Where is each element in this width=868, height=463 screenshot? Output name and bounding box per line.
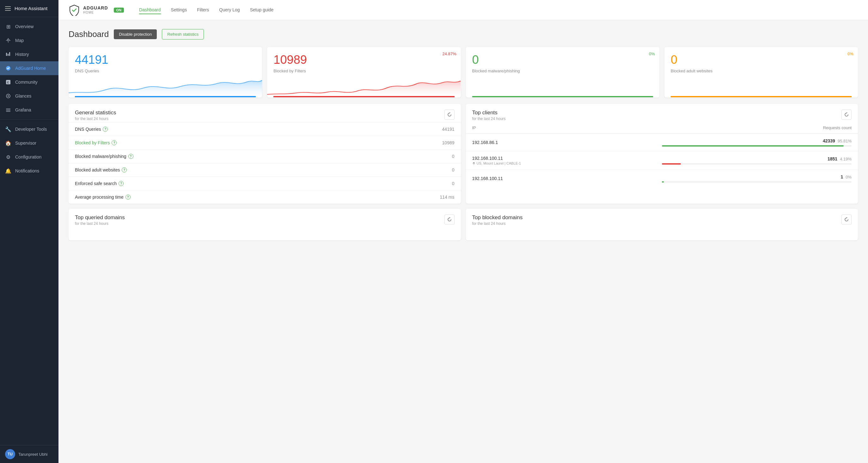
- top-blocked-refresh-button[interactable]: [841, 214, 851, 225]
- top-clients-refresh-button[interactable]: [841, 109, 851, 120]
- brand-sub: HOME: [83, 11, 108, 14]
- blocked-filters-percent: 24.87%: [442, 52, 456, 56]
- sidebar-item-label: Map: [15, 38, 24, 43]
- general-stats-refresh-button[interactable]: [444, 109, 455, 120]
- client-bar-bg: [662, 163, 851, 165]
- client-count: 42339: [823, 138, 835, 143]
- blocked-filters-label: Blocked by Filters: [273, 69, 454, 73]
- blocked-malware-chart: [466, 77, 659, 96]
- stats-value-avg-time: 114 ms: [440, 195, 455, 200]
- sidebar-item-label: Community: [15, 79, 38, 85]
- help-blocked-malware-icon[interactable]: ?: [128, 154, 133, 159]
- client-meta: US, Mount Laurel | CABLE-1: [472, 161, 662, 165]
- blocked-malware-label: Blocked malware/phishing: [472, 69, 653, 73]
- dns-sparkline: [69, 77, 262, 96]
- client-pct: 4.19%: [840, 157, 851, 161]
- sidebar-item-label: Glances: [15, 94, 31, 99]
- topnav: ADGUARD HOME ON Dashboard Settings Filte…: [59, 0, 868, 20]
- top-queried-header: Top queried domains for the last 24 hour…: [69, 209, 461, 227]
- tab-filters[interactable]: Filters: [197, 6, 209, 14]
- client-count: 1851: [828, 156, 837, 161]
- blocked-filters-value: 10989: [273, 54, 454, 67]
- sidebar-item-adguard[interactable]: AdGuard Home: [0, 61, 59, 75]
- help-blocked-filters-icon[interactable]: ?: [112, 140, 117, 145]
- client-ip: 192.168.100.11: [472, 156, 662, 161]
- page-title: Dashboard: [69, 29, 109, 39]
- dns-queries-chart: [69, 77, 262, 96]
- configuration-icon: ⚙: [5, 154, 11, 160]
- stats-value-blocked-malware: 0: [452, 154, 455, 159]
- client-pct: 95.81%: [838, 139, 851, 143]
- dns-queries-label: DNS Queries: [75, 69, 256, 73]
- topnav-links: Dashboard Settings Filters Query Log Set…: [139, 6, 273, 14]
- stats-label-blocked-adult: Blocked adult websites ?: [75, 167, 127, 172]
- stats-label-blocked-filters[interactable]: Blocked by Filters ?: [75, 140, 117, 145]
- top-queried-titles: Top queried domains for the last 24 hour…: [75, 214, 125, 226]
- adguard-icon: [5, 65, 11, 71]
- sidebar-item-glances[interactable]: Glances: [0, 89, 59, 103]
- sidebar-item-label: History: [15, 52, 29, 57]
- sidebar-item-community[interactable]: C Community: [0, 75, 59, 89]
- dns-queries-value: 44191: [75, 54, 256, 67]
- top-queried-refresh-button[interactable]: [444, 214, 455, 225]
- sidebar-item-overview[interactable]: ⊞ Overview: [0, 20, 59, 33]
- disable-protection-button[interactable]: Disable protection: [114, 29, 157, 39]
- help-avg-time-icon[interactable]: ?: [125, 195, 130, 200]
- user-name: Tarunpreet Ubhi: [18, 452, 48, 457]
- sidebar-item-label: Supervisor: [15, 140, 36, 145]
- refresh-icon: [844, 217, 849, 222]
- brand-badge: ON: [114, 8, 124, 13]
- sidebar-item-label: Developer Tools: [15, 127, 47, 132]
- sidebar-item-map[interactable]: Map: [0, 33, 59, 47]
- sidebar-item-grafana[interactable]: Grafana: [0, 103, 59, 117]
- sidebar-item-label: Overview: [15, 24, 33, 29]
- sidebar-item-label: Configuration: [15, 155, 41, 160]
- blocked-adult-value: 0: [671, 54, 851, 67]
- refresh-statistics-button[interactable]: Refresh statistics: [162, 29, 204, 39]
- brand-text: ADGUARD HOME: [83, 5, 108, 14]
- stats-row: Blocked adult websites ? 0: [69, 163, 461, 176]
- notifications-icon: 🔔: [5, 168, 11, 174]
- menu-icon[interactable]: [5, 6, 11, 11]
- help-safe-search-icon[interactable]: ?: [119, 181, 124, 186]
- svg-rect-11: [6, 111, 10, 112]
- stats-value-blocked-adult: 0: [452, 167, 455, 172]
- sidebar-item-notifications[interactable]: 🔔 Notifications: [0, 164, 59, 178]
- stats-value-dns: 44191: [442, 127, 455, 132]
- sidebar-item-developer[interactable]: 🔧 Developer Tools: [0, 122, 59, 136]
- top-clients-header: Top clients for the last 24 hours: [466, 104, 858, 122]
- client-left: 192.168.86.1: [472, 140, 662, 145]
- blocked-sparkline: [267, 77, 461, 96]
- sidebar-item-history[interactable]: History: [0, 47, 59, 61]
- client-row: 192.168.100.11 1 0%: [466, 170, 858, 187]
- tab-settings[interactable]: Settings: [171, 6, 187, 14]
- sidebar-item-supervisor[interactable]: 🏠 Supervisor: [0, 136, 59, 150]
- tab-dashboard[interactable]: Dashboard: [139, 6, 161, 14]
- bottom-panels: Top queried domains for the last 24 hour…: [69, 209, 858, 240]
- sidebar-item-configuration[interactable]: ⚙ Configuration: [0, 150, 59, 164]
- top-blocked-title: Top blocked domains: [472, 214, 523, 221]
- tab-query-log[interactable]: Query Log: [219, 6, 240, 14]
- stat-card-blocked-filters: 24.87% 10989 Blocked by Filters: [267, 47, 461, 98]
- client-right: 42339 95.81%: [662, 138, 851, 146]
- top-blocked-titles: Top blocked domains for the last 24 hour…: [472, 214, 523, 226]
- app-name: Home Assistant: [14, 6, 48, 11]
- sidebar-item-label: Notifications: [15, 168, 39, 173]
- clients-table-header: IP Requests count: [466, 122, 858, 134]
- stats-value-safe-search: 0: [452, 181, 455, 186]
- svg-point-8: [8, 95, 9, 97]
- clients-col-ip: IP: [472, 125, 662, 130]
- refresh-icon: [844, 112, 849, 117]
- client-bar-bg: [662, 181, 851, 183]
- svg-text:C: C: [7, 81, 9, 84]
- client-ip: 192.168.86.1: [472, 140, 662, 145]
- client-right: 1851 4.19%: [662, 156, 851, 165]
- tab-setup-guide[interactable]: Setup guide: [250, 6, 274, 14]
- general-stats-titles: General statistics for the last 24 hours: [75, 109, 116, 121]
- content: Dashboard Disable protection Refresh sta…: [59, 20, 868, 463]
- top-blocked-header: Top blocked domains for the last 24 hour…: [466, 209, 858, 227]
- general-stats-title: General statistics: [75, 109, 116, 116]
- client-count-row: 1 0%: [840, 174, 851, 179]
- help-blocked-adult-icon[interactable]: ?: [122, 167, 127, 172]
- help-dns-icon[interactable]: ?: [103, 127, 108, 132]
